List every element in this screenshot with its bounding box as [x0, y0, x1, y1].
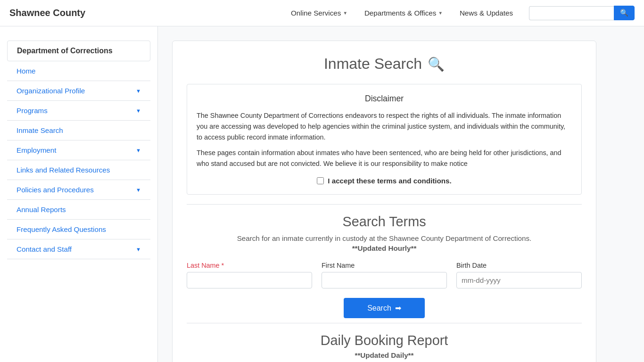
- nav-links: Online Services ▼ Departments & Offices …: [284, 5, 520, 21]
- nav-departments-offices[interactable]: Departments & Offices ▼: [358, 5, 449, 21]
- accept-terms-label[interactable]: I accept these terms and conditions.: [328, 177, 451, 185]
- page-layout: Department of Corrections Home Organizat…: [0, 26, 644, 362]
- last-name-label: Last Name *: [187, 262, 312, 269]
- chevron-down-icon: ▼: [136, 187, 141, 193]
- sidebar-item-programs[interactable]: Programs ▼: [7, 101, 150, 121]
- last-name-group: Last Name *: [187, 262, 312, 288]
- accept-terms-row: I accept these terms and conditions.: [197, 177, 572, 185]
- disclaimer-box: Disclaimer The Shawnee County Department…: [187, 84, 582, 195]
- chevron-down-icon: ▼: [136, 88, 141, 94]
- sidebar-item-employment[interactable]: Employment ▼: [7, 140, 150, 160]
- sidebar-item-home[interactable]: Home: [7, 61, 150, 81]
- sidebar-item-inmate-search[interactable]: Inmate Search: [7, 121, 150, 140]
- chevron-down-icon: ▼: [136, 148, 141, 153]
- chevron-down-icon: ▼: [136, 247, 141, 252]
- nav-online-services[interactable]: Online Services ▼: [284, 5, 354, 21]
- first-name-group: First Name: [322, 262, 447, 288]
- disclaimer-paragraph2: These pages contain information about in…: [197, 148, 572, 169]
- daily-booking-updated: **Updated Daily**: [187, 351, 582, 359]
- disclaimer-heading: Disclaimer: [197, 94, 572, 104]
- sidebar-item-links[interactable]: Links and Related Resources: [7, 160, 150, 180]
- birth-date-input[interactable]: [456, 272, 582, 288]
- nav-search-input[interactable]: [529, 6, 614, 20]
- main-content: Inmate Search 🔍 Disclaimer The Shawnee C…: [158, 26, 644, 362]
- chevron-down-icon: ▼: [136, 108, 141, 114]
- birth-date-label: Birth Date: [456, 262, 582, 269]
- chevron-down-icon: ▼: [343, 10, 347, 16]
- search-icon: 🔍: [428, 56, 445, 72]
- accept-terms-checkbox[interactable]: [317, 177, 324, 184]
- search-submit-button[interactable]: Search ➡: [344, 298, 425, 318]
- disclaimer-paragraph1: The Shawnee County Department of Correct…: [197, 110, 572, 143]
- birth-date-group: Birth Date: [456, 262, 582, 288]
- sidebar-item-annual-reports[interactable]: Annual Reports: [7, 200, 150, 220]
- daily-booking-section: Daily Booking Report **Updated Daily**: [187, 323, 582, 359]
- search-terms-subtitle: Search for an inmate currently in custod…: [187, 234, 582, 242]
- chevron-down-icon: ▼: [438, 10, 443, 16]
- nav-news-updates[interactable]: News & Updates: [453, 5, 520, 21]
- sidebar-item-org-profile[interactable]: Organizational Profile ▼: [7, 81, 150, 101]
- last-name-input[interactable]: [187, 272, 312, 288]
- page-title: Inmate Search 🔍: [187, 55, 582, 73]
- nav-search-button[interactable]: 🔍: [614, 6, 635, 20]
- first-name-label: First Name: [322, 262, 447, 269]
- search-terms-heading: Search Terms: [187, 214, 582, 230]
- search-button-row: Search ➡: [187, 298, 582, 318]
- sidebar: Department of Corrections Home Organizat…: [0, 26, 158, 362]
- nav-search-form: 🔍: [529, 6, 635, 20]
- daily-booking-heading: Daily Booking Report: [187, 333, 582, 348]
- first-name-input[interactable]: [322, 272, 447, 288]
- navbar: Shawnee County Online Services ▼ Departm…: [0, 0, 644, 26]
- sidebar-item-contact[interactable]: Contact and Staff ▼: [7, 239, 150, 259]
- search-icon: 🔍: [620, 9, 628, 16]
- search-terms-updated: **Updated Hourly**: [187, 244, 582, 252]
- sidebar-item-policies[interactable]: Policies and Procedures ▼: [7, 180, 150, 200]
- inmate-search-card: Inmate Search 🔍 Disclaimer The Shawnee C…: [172, 41, 596, 362]
- section-divider: [187, 204, 582, 205]
- search-fields: Last Name * First Name Birth Date: [187, 262, 582, 288]
- sidebar-item-faq[interactable]: Frequently Asked Questions: [7, 220, 150, 239]
- sidebar-title: Department of Corrections: [7, 41, 150, 61]
- brand-logo[interactable]: Shawnee County: [9, 8, 85, 18]
- arrow-circle-icon: ➡: [395, 304, 401, 313]
